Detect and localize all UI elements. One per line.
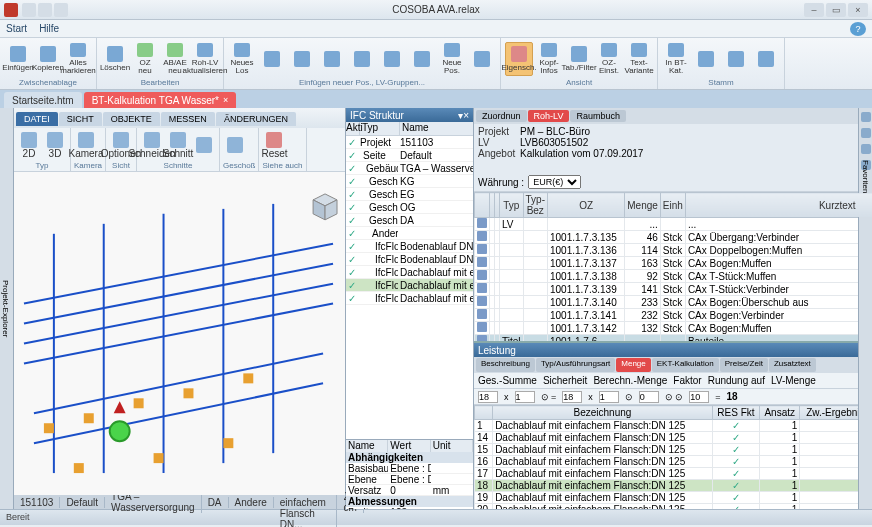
minimize-button[interactable]: – [804, 3, 824, 17]
ges-input[interactable] [478, 391, 498, 403]
insert-button[interactable] [378, 42, 406, 76]
ifc-row[interactable]: ✓IfcFlowTerminalDachablauf mit einfachem… [346, 279, 473, 292]
leistung-row[interactable]: 1Dachablauf mit einfachem Flansch:DN 125… [475, 420, 873, 432]
inbtkat-button[interactable]: In BT-Kat. [662, 42, 690, 76]
leistung-row[interactable]: 14Dachablauf mit einfachem Flansch:DN 12… [475, 432, 873, 444]
help-icon[interactable]: ? [850, 22, 866, 36]
lv-row[interactable]: 1001.1.7.3.137163StckCAx Bogen:Muffen [475, 257, 873, 270]
select-all-button[interactable]: Alles markieren [64, 42, 92, 76]
kopfinfos-button[interactable]: Kopf-Infos [535, 42, 563, 76]
qat-btn[interactable] [38, 3, 52, 17]
tab-aenderungen[interactable]: ÄNDERUNGEN [216, 112, 296, 126]
close-icon[interactable]: × [463, 110, 469, 121]
lv-grid[interactable]: TypTyp-BezOZMengeEinhKurztextEP LV......… [474, 192, 872, 341]
rohlv-refresh-button[interactable]: Roh-LV aktualisieren [191, 42, 219, 76]
doctab-startseite[interactable]: Startseite.htm [4, 92, 82, 108]
ltab-preise[interactable]: Preise/Zeit [720, 358, 768, 372]
doctab-kalkulation[interactable]: BT-Kalkulation TGA Wasser*× [84, 92, 237, 108]
neues-los-button[interactable]: Neues Los [228, 42, 256, 76]
schnitt-entfernen-button[interactable] [192, 137, 216, 153]
paste-button[interactable]: Einfügen [4, 42, 32, 76]
tabfilter-button[interactable]: Tab./Filter [565, 42, 593, 76]
leistung-row[interactable]: 20Dachablauf mit einfachem Flansch:DN 12… [475, 504, 873, 510]
stamm-button[interactable] [692, 42, 720, 76]
ber-input[interactable] [562, 391, 582, 403]
qat-btn[interactable] [54, 3, 68, 17]
stamm-button[interactable] [752, 42, 780, 76]
ltab-beschreibung[interactable]: Beschreibung [476, 358, 535, 372]
close-button[interactable]: × [848, 3, 868, 17]
ifc-row[interactable]: ✓IfcFlowTerminalBodenablauf DN 100 verti… [346, 240, 473, 253]
neue-pos-button[interactable]: Neue Pos. [438, 42, 466, 76]
tab-raumbuch[interactable]: Raumbuch [570, 110, 626, 122]
leistung-row[interactable]: 18Dachablauf mit einfachem Flansch:DN 12… [475, 480, 873, 492]
ltab-typ[interactable]: Typ/Ausführungsart [536, 358, 615, 372]
ifc-row[interactable]: ✓IfcFlowTerminalDachablauf mit einfachem… [346, 292, 473, 305]
s-input[interactable] [689, 391, 709, 403]
leistung-row[interactable]: 19Dachablauf mit einfachem Flansch:DN 12… [475, 492, 873, 504]
leistung-row[interactable]: 15Dachablauf mit einfachem Flansch:DN 12… [475, 444, 873, 456]
close-icon[interactable]: × [223, 95, 228, 105]
sidebar-left[interactable]: Projekt-Explorer [0, 108, 14, 509]
leistung-row[interactable]: 16Dachablauf mit einfachem Flansch:DN 12… [475, 456, 873, 468]
tab-messen[interactable]: MESSEN [161, 112, 215, 126]
ifc-row[interactable]: ✓GeschoßKG [346, 175, 473, 188]
lv-row[interactable]: 1001.1.7.3.13546StckCAx Übergang:Verbind… [475, 231, 873, 244]
insert-button[interactable] [468, 42, 496, 76]
tab-objekte[interactable]: OBJEKTE [103, 112, 160, 126]
sidebar-icon[interactable] [861, 144, 871, 154]
delete-button[interactable]: Löschen [101, 42, 129, 76]
menu-hilfe[interactable]: Hilfe [39, 23, 59, 34]
view-3d-button[interactable]: 3D [43, 132, 67, 159]
lv-row[interactable]: LV...... [475, 218, 873, 231]
schnitt-button[interactable]: Schnitt [166, 132, 190, 159]
tab-sicht[interactable]: SICHT [59, 112, 102, 126]
kamera-button[interactable]: Kamera [74, 132, 98, 159]
insert-button[interactable] [408, 42, 436, 76]
schneiden-button[interactable]: Schneiden [140, 132, 164, 159]
oz-neu-button[interactable]: OZ neu [131, 42, 159, 76]
leistung-grid[interactable]: BezeichnungRES FktAnsatzZw.-ErgebnisFakt… [474, 405, 872, 509]
ltab-ekt[interactable]: EKT-Kalkulation [652, 358, 719, 372]
fak-input[interactable] [599, 391, 619, 403]
insert-button[interactable] [348, 42, 376, 76]
eigenschaften-button[interactable]: Eigensch. [505, 42, 533, 76]
stamm-button[interactable] [722, 42, 750, 76]
sidebar-icon[interactable] [861, 112, 871, 122]
ozeinst-button[interactable]: OZ-Einst. [595, 42, 623, 76]
tab-datei[interactable]: DATEI [16, 112, 58, 126]
ifc-row[interactable]: ✓GeschoßEG [346, 188, 473, 201]
sich-input[interactable] [515, 391, 535, 403]
insert-button[interactable] [258, 42, 286, 76]
qat-btn[interactable] [22, 3, 36, 17]
ifc-row[interactable]: ✓Projekt151103 [346, 136, 473, 149]
currency-select[interactable]: EUR(€) [528, 175, 581, 189]
menu-start[interactable]: Start [6, 23, 27, 34]
ifc-tree[interactable]: ✓Projekt151103✓SeiteDefault✓GebäudeTGA –… [346, 136, 473, 439]
maximize-button[interactable]: ▭ [826, 3, 846, 17]
lv-row[interactable]: 1001.1.7.3.139141StckCAx T-Stück:Verbind… [475, 283, 873, 296]
ltab-zusatz[interactable]: Zusatztext [769, 358, 816, 372]
ifc-row[interactable]: ✓Andere [346, 227, 473, 240]
lv-row[interactable]: 1001.1.7.3.141232StckCAx Bogen:Verbinder [475, 309, 873, 322]
geschoss-button[interactable] [223, 137, 247, 153]
textvariante-button[interactable]: Text-Variante [625, 42, 653, 76]
copy-button[interactable]: Kopieren [34, 42, 62, 76]
sidebar-right[interactable]: Favoriten [858, 108, 872, 509]
lv-row[interactable]: 1001.1.7.3.136114StckCAx Doppelbogen:Muf… [475, 244, 873, 257]
ifc-row[interactable]: ✓IfcFlowTerminalDachablauf mit einfachem… [346, 266, 473, 279]
insert-button[interactable] [288, 42, 316, 76]
lv-row[interactable]: 1001.1.7.3.142132StckCAx Bogen:Muffen [475, 322, 873, 335]
ltab-menge[interactable]: Menge [616, 358, 650, 372]
sidebar-icon[interactable] [861, 128, 871, 138]
tab-rohlv[interactable]: Roh-LV [528, 110, 570, 122]
ifc-row[interactable]: ✓GeschoßDA [346, 214, 473, 227]
leistung-row[interactable]: 17Dachablauf mit einfachem Flansch:DN 12… [475, 468, 873, 480]
lv-row[interactable]: 1001.1.7.3.13892StckCAx T-Stück:Muffen [475, 270, 873, 283]
insert-button[interactable] [318, 42, 346, 76]
ifc-row[interactable]: ✓GebäudeTGA – Wasserversorgung [346, 162, 473, 175]
lv-row[interactable]: 1001.1.7.3.140233StckCAx Bogen:Überschub… [475, 296, 873, 309]
tab-zuordnung[interactable]: Zuordnun [476, 110, 527, 122]
ifc-row[interactable]: ✓GeschoßOG [346, 201, 473, 214]
reset-button[interactable]: Reset [262, 132, 286, 159]
